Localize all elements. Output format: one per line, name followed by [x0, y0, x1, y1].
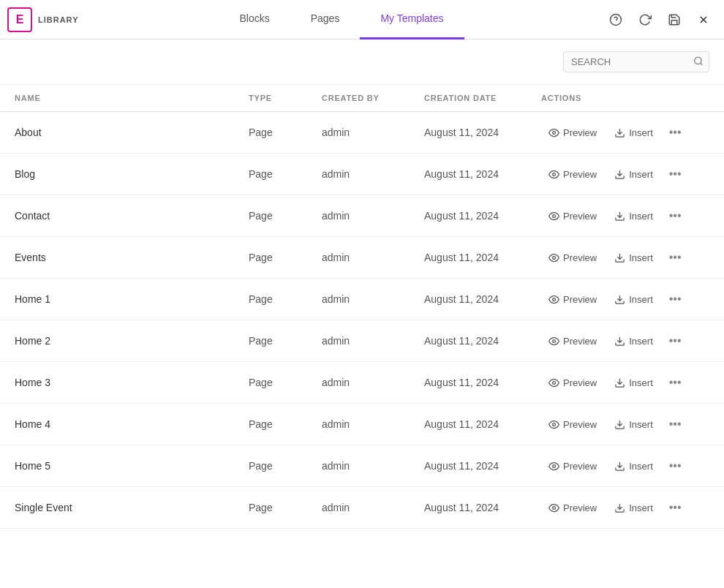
search-input[interactable]	[563, 51, 709, 72]
table-row: Events Page admin August 11, 2024 Previe…	[0, 237, 724, 279]
more-button-6[interactable]: •••	[663, 372, 687, 393]
cell-actions-5: Preview Insert •••	[541, 331, 709, 351]
insert-button-2[interactable]: Insert	[607, 207, 660, 225]
nav-tabs: Blocks Pages My Templates	[80, 0, 603, 39]
cell-created-by-4: admin	[322, 293, 424, 305]
svg-point-24	[553, 506, 556, 509]
insert-button-3[interactable]: Insert	[607, 249, 660, 267]
table-row: Home 3 Page admin August 11, 2024 Previe…	[0, 362, 724, 404]
cell-name-8: Home 5	[15, 460, 249, 472]
table-row: Blog Page admin August 11, 2024 Preview …	[0, 154, 724, 195]
preview-button-5[interactable]: Preview	[541, 332, 604, 350]
download-icon	[614, 377, 625, 388]
more-button-4[interactable]: •••	[663, 289, 687, 309]
elementor-logo-icon: E	[7, 7, 32, 32]
refresh-icon	[638, 13, 652, 26]
svg-point-10	[553, 214, 556, 217]
refresh-button[interactable]	[632, 7, 658, 33]
preview-button-1[interactable]: Preview	[541, 165, 604, 184]
more-button-0[interactable]: •••	[663, 122, 687, 143]
table-row: Home 2 Page admin August 11, 2024 Previe…	[0, 320, 724, 362]
table-header: NAME TYPE CREATED BY CREATION DATE ACTIO…	[0, 85, 724, 112]
insert-button-7[interactable]: Insert	[607, 415, 660, 434]
preview-button-7[interactable]: Preview	[541, 415, 604, 434]
eye-icon	[548, 127, 559, 138]
cell-name-2: Contact	[15, 210, 249, 222]
preview-button-9[interactable]: Preview	[541, 499, 604, 517]
download-icon	[614, 127, 625, 138]
cell-actions-2: Preview Insert •••	[541, 206, 709, 226]
search-icon	[693, 56, 704, 68]
col-header-date: CREATION DATE	[424, 94, 541, 102]
tab-blocks[interactable]: Blocks	[219, 0, 290, 39]
table-row: Contact Page admin August 11, 2024 Previ…	[0, 195, 724, 237]
tab-my-templates[interactable]: My Templates	[360, 0, 464, 39]
insert-button-6[interactable]: Insert	[607, 374, 660, 392]
svg-point-12	[553, 256, 556, 259]
cell-name-7: Home 4	[15, 418, 249, 430]
svg-line-5	[701, 63, 703, 65]
table-row: Home 4 Page admin August 11, 2024 Previe…	[0, 404, 724, 445]
cell-date-8: August 11, 2024	[424, 460, 541, 472]
insert-button-8[interactable]: Insert	[607, 457, 660, 475]
eye-icon	[548, 211, 559, 222]
eye-icon	[548, 419, 559, 430]
table-row: Home 5 Page admin August 11, 2024 Previe…	[0, 445, 724, 487]
insert-button-9[interactable]: Insert	[607, 499, 660, 517]
download-icon	[614, 336, 625, 347]
download-icon	[614, 252, 625, 263]
col-header-name: NAME	[15, 94, 249, 102]
cell-date-2: August 11, 2024	[424, 210, 541, 222]
more-button-5[interactable]: •••	[663, 331, 687, 351]
more-button-1[interactable]: •••	[663, 164, 687, 184]
cell-type-9: Page	[249, 502, 322, 513]
cell-actions-9: Preview Insert •••	[541, 497, 709, 518]
preview-button-4[interactable]: Preview	[541, 290, 604, 309]
more-button-8[interactable]: •••	[663, 456, 687, 476]
preview-button-6[interactable]: Preview	[541, 374, 604, 392]
more-button-9[interactable]: •••	[663, 497, 687, 518]
preview-button-8[interactable]: Preview	[541, 457, 604, 475]
cell-created-by-8: admin	[322, 460, 424, 472]
more-button-2[interactable]: •••	[663, 206, 687, 226]
svg-point-18	[553, 381, 556, 384]
preview-button-3[interactable]: Preview	[541, 249, 604, 267]
cell-actions-7: Preview Insert •••	[541, 414, 709, 434]
cell-date-5: August 11, 2024	[424, 335, 541, 347]
close-icon	[698, 14, 709, 26]
table-body: About Page admin August 11, 2024 Preview…	[0, 112, 724, 529]
insert-button-0[interactable]: Insert	[607, 124, 660, 142]
cell-date-6: August 11, 2024	[424, 377, 541, 388]
eye-icon	[548, 294, 559, 305]
cell-type-2: Page	[249, 210, 322, 222]
cell-type-6: Page	[249, 377, 322, 388]
download-icon	[614, 502, 625, 513]
insert-button-1[interactable]: Insert	[607, 165, 660, 184]
close-button[interactable]	[690, 7, 717, 33]
cell-date-3: August 11, 2024	[424, 252, 541, 263]
cell-actions-8: Preview Insert •••	[541, 456, 709, 476]
insert-button-5[interactable]: Insert	[607, 332, 660, 350]
svg-point-22	[553, 464, 556, 467]
search-wrapper	[563, 51, 709, 72]
preview-button-2[interactable]: Preview	[541, 207, 604, 225]
more-button-7[interactable]: •••	[663, 414, 687, 434]
cell-date-4: August 11, 2024	[424, 293, 541, 305]
svg-point-14	[553, 298, 556, 301]
more-button-3[interactable]: •••	[663, 247, 687, 268]
svg-point-16	[553, 339, 556, 342]
cell-created-by-3: admin	[322, 252, 424, 263]
table-row: About Page admin August 11, 2024 Preview…	[0, 112, 724, 154]
table-container: NAME TYPE CREATED BY CREATION DATE ACTIO…	[0, 85, 724, 529]
help-button[interactable]	[603, 7, 629, 33]
library-label: LIBRARY	[38, 15, 78, 24]
tab-pages[interactable]: Pages	[290, 0, 361, 39]
eye-icon	[548, 169, 559, 180]
cell-name-5: Home 2	[15, 335, 249, 347]
save-button[interactable]	[661, 7, 687, 33]
preview-button-0[interactable]: Preview	[541, 124, 604, 142]
cell-created-by-5: admin	[322, 335, 424, 347]
cell-name-4: Home 1	[15, 293, 249, 305]
cell-date-0: August 11, 2024	[424, 127, 541, 138]
insert-button-4[interactable]: Insert	[607, 290, 660, 309]
